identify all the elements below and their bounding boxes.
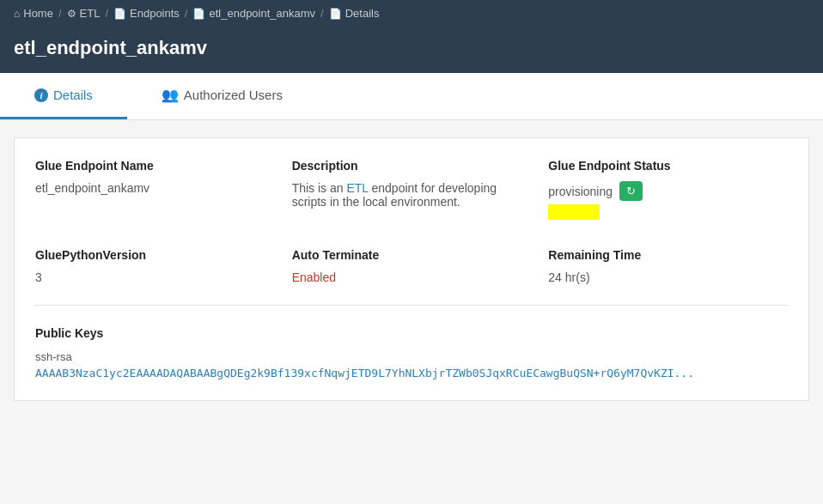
endpoint-name-value: etl_endpoint_ankamv [35,181,275,195]
status-row: provisioning ↻ [548,181,788,201]
status-item: Glue Endpoint Status provisioning ↻ [548,159,788,222]
python-version-item: GluePythonVersion 3 [35,248,275,284]
file-icon: 📄 [192,8,205,20]
remaining-time-value: 24 hr(s) [548,270,788,284]
description-value: This is an ETL endpoint for developing s… [292,181,532,209]
key-type: ssh-rsa [35,350,788,363]
description-item: Description This is an ETL endpoint for … [292,159,532,222]
section-divider [35,305,788,306]
details-grid: Glue Endpoint Name etl_endpoint_ankamv D… [35,159,788,284]
endpoint-name-label: Glue Endpoint Name [35,159,275,173]
status-text: provisioning [548,185,613,198]
python-version-label: GluePythonVersion [35,248,275,262]
info-icon: i [34,88,48,102]
auto-terminate-label: Auto Terminate [292,248,532,262]
tab-authorized-users-label: Authorized Users [184,88,283,102]
main-content: i Details 👥 Authorized Users Glue Endpoi… [0,73,823,435]
description-etl-link[interactable]: ETL [346,181,368,195]
auto-terminate-value: Enabled [292,270,532,284]
remaining-time-item: Remaining Time 24 hr(s) [548,248,788,284]
home-icon: ⌂ [14,8,20,20]
breadcrumb-details: Details [345,7,380,20]
details-icon: 📄 [329,8,342,20]
tab-details[interactable]: i Details [0,73,127,119]
key-value: AAAAB3NzaC1yc2EAAAADAQABAABgQDEg2k9Bf139… [35,367,788,380]
breadcrumb-endpoint-name[interactable]: etl_endpoint_ankamv [209,7,315,20]
tab-authorized-users[interactable]: 👥 Authorized Users [127,73,317,119]
content-panel: Glue Endpoint Name etl_endpoint_ankamv D… [14,137,809,401]
remaining-time-label: Remaining Time [548,248,788,262]
breadcrumb-bar: ⌂ Home / ⚙ ETL / 📄 Endpoints / 📄 etl_end… [0,0,823,27]
status-label: Glue Endpoint Status [548,159,788,173]
public-keys-section: Public Keys ssh-rsa AAAAB3NzaC1yc2EAAAAD… [35,326,788,380]
breadcrumb-etl[interactable]: ETL [80,7,101,20]
public-key-entry: ssh-rsa AAAAB3NzaC1yc2EAAAADAQABAABgQDEg… [35,350,788,380]
tab-details-label: Details [53,88,93,102]
status-value-row: provisioning ↻ [548,181,788,222]
public-keys-label: Public Keys [35,326,788,340]
breadcrumb-separator-4: / [320,7,324,20]
refresh-button[interactable]: ↻ [619,181,643,201]
etl-icon: ⚙ [67,8,76,20]
breadcrumb-endpoints[interactable]: Endpoints [130,7,180,20]
breadcrumb-separator-3: / [185,7,188,20]
description-label: Description [292,159,532,173]
page-title: etl_endpoint_ankamv [14,37,207,58]
page-title-bar: etl_endpoint_ankamv [0,27,823,73]
endpoint-name-item: Glue Endpoint Name etl_endpoint_ankamv [35,159,275,222]
breadcrumb-separator-2: / [105,7,108,20]
description-text-1: This is an [292,181,347,195]
breadcrumb-home[interactable]: Home [23,7,53,20]
highlight-yellow [548,204,600,220]
users-icon: 👥 [162,87,179,103]
breadcrumb-separator-1: / [58,7,62,20]
endpoints-icon: 📄 [113,8,126,20]
python-version-value: 3 [35,270,275,284]
tabs-container: i Details 👥 Authorized Users [0,73,823,120]
auto-terminate-item: Auto Terminate Enabled [292,248,532,284]
